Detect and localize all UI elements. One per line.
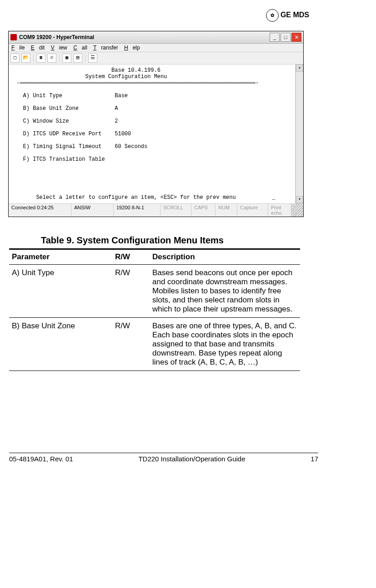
scroll-up-icon[interactable]: ▴ — [296, 64, 303, 72]
page-footer: 05-4819A01, Rev. 01 TD220 Installation/O… — [9, 455, 318, 463]
footer-pagenum: 17 — [311, 455, 318, 463]
cell-rw: R/W — [112, 318, 150, 371]
menu-edit[interactable]: Edit — [31, 44, 45, 51]
ge-logo-icon: ✿ — [266, 9, 279, 22]
window-titlebar[interactable]: COM9 19200 - HyperTerminal _ □ ✕ — [9, 31, 303, 44]
open-icon[interactable]: 📂 — [21, 54, 30, 63]
footer-docnum: 05-4819A01, Rev. 01 — [9, 455, 73, 463]
cell-description: Bases are one of three types, A, B, and … — [150, 318, 300, 371]
footer-title: TD220 Installation/Operation Guide — [73, 455, 311, 463]
menu-call[interactable]: Call — [73, 44, 87, 51]
menu-help[interactable]: Help — [124, 44, 140, 51]
maximize-button[interactable]: □ — [281, 33, 291, 42]
status-caps: CAPS — [191, 204, 216, 217]
col-description: Description — [150, 249, 300, 265]
table-row: B) Base Unit ZoneR/WBases are one of thr… — [9, 318, 300, 371]
terminal-output[interactable]: Base 10.4.199.6 System Configuration Men… — [9, 64, 296, 203]
cell-parameter: B) Base Unit Zone — [9, 318, 112, 371]
table-row: A) Unit TypeR/WBases send beacons out on… — [9, 265, 300, 318]
status-bar: Connected 0:24:25 ANSIW 19200 8-N-1 SCRO… — [9, 203, 303, 217]
disconnect-icon[interactable]: ✆ — [47, 54, 56, 63]
cell-description: Bases send beacons out once per epoch an… — [150, 265, 300, 318]
connect-icon[interactable]: ☎ — [36, 54, 45, 63]
status-emulation: ANSIW — [71, 204, 114, 217]
properties-icon[interactable]: ☰ — [88, 54, 97, 63]
status-capture: Capture — [237, 204, 268, 217]
receive-icon[interactable]: ▤ — [73, 54, 82, 63]
menu-view[interactable]: View — [51, 44, 67, 51]
minimize-button[interactable]: _ — [270, 33, 280, 42]
close-button[interactable]: ✕ — [291, 33, 301, 42]
menubar: File Edit View Call Transfer Help — [9, 44, 303, 52]
status-printecho: Print echo — [268, 204, 291, 217]
scroll-down-icon[interactable]: ▾ — [296, 196, 303, 203]
config-table: Parameter R/W Description A) Unit TypeR/… — [9, 248, 300, 371]
cell-rw: R/W — [112, 265, 150, 318]
col-parameter: Parameter — [9, 249, 112, 265]
send-icon[interactable]: ▣ — [62, 54, 71, 63]
toolbar-sep — [59, 54, 60, 62]
hyperterminal-window: COM9 19200 - HyperTerminal _ □ ✕ File Ed… — [8, 31, 304, 217]
brand-name: GE MDS — [281, 11, 309, 19]
window-title: COM9 19200 - HyperTerminal — [19, 34, 270, 40]
status-num: NUM — [216, 204, 237, 217]
cell-parameter: A) Unit Type — [9, 265, 112, 318]
resize-grip-icon[interactable] — [291, 204, 303, 217]
menu-file[interactable]: File — [11, 44, 25, 51]
footer-rule — [9, 453, 318, 453]
brand-header: ✿GE MDS — [5, 9, 323, 22]
new-icon[interactable]: ▢ — [10, 54, 20, 63]
toolbar: ▢ 📂 ☎ ✆ ▣ ▤ ☰ — [9, 52, 303, 64]
toolbar-sep — [85, 54, 85, 62]
app-icon — [10, 34, 17, 40]
col-rw: R/W — [112, 249, 150, 265]
status-scroll: SCROLL — [160, 204, 191, 217]
toolbar-sep — [33, 54, 34, 62]
scrollbar[interactable]: ▴ ▾ — [296, 64, 303, 203]
table-caption: Table 9. System Configuration Menu Items — [41, 235, 323, 246]
menu-transfer[interactable]: Transfer — [93, 44, 118, 51]
status-params: 19200 8-N-1 — [114, 204, 160, 217]
status-connected: Connected 0:24:25 — [9, 204, 71, 217]
